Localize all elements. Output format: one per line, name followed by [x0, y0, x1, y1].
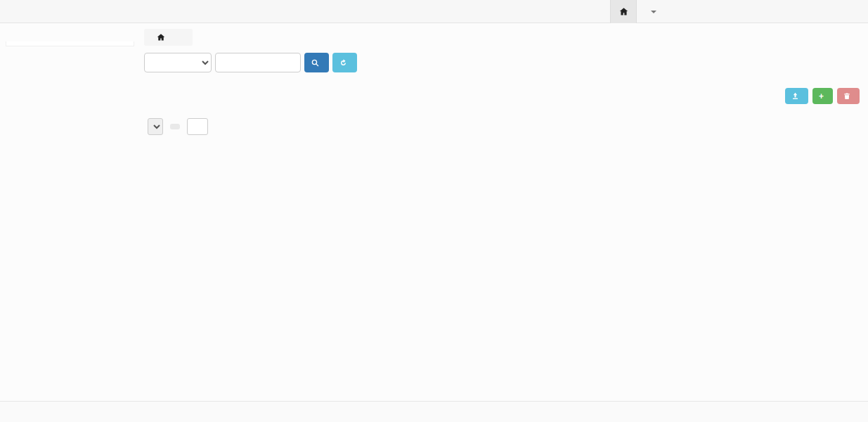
user-menu[interactable]: [637, 11, 666, 13]
add-button[interactable]: +: [812, 88, 833, 104]
page-size-select[interactable]: [148, 118, 163, 135]
reset-button[interactable]: [332, 53, 357, 72]
sidebar-submenu: [6, 41, 134, 46]
home-icon: [619, 7, 628, 16]
footer: [0, 401, 868, 422]
sidebar-title: [6, 29, 134, 41]
upload-icon: [791, 92, 799, 100]
main-content: +: [144, 29, 860, 401]
jump-page-input[interactable]: [187, 118, 208, 135]
caret-down-icon: [651, 11, 656, 13]
topbar: [0, 0, 868, 23]
topbar-right: [610, 0, 666, 23]
filter-bar: [144, 53, 860, 72]
table-toolbar: +: [144, 88, 860, 104]
import-excel-button[interactable]: [785, 88, 808, 104]
home-icon: [157, 33, 165, 41]
jump-button[interactable]: [170, 124, 180, 129]
pagination-summary: [144, 118, 212, 135]
search-button[interactable]: [304, 53, 329, 72]
name-search-input[interactable]: [215, 53, 301, 72]
filter-data-source-select[interactable]: [144, 53, 212, 72]
refresh-icon: [339, 59, 347, 67]
search-icon: [311, 59, 319, 67]
home-button[interactable]: [610, 0, 637, 23]
batch-delete-button[interactable]: [837, 88, 860, 104]
pagination-bar: [144, 118, 860, 135]
plus-icon: +: [819, 91, 824, 101]
sidebar: [6, 29, 134, 401]
breadcrumb: [144, 29, 193, 46]
breadcrumb-home-link[interactable]: [157, 33, 167, 41]
page-body: +: [0, 23, 868, 401]
trash-icon: [843, 92, 850, 100]
